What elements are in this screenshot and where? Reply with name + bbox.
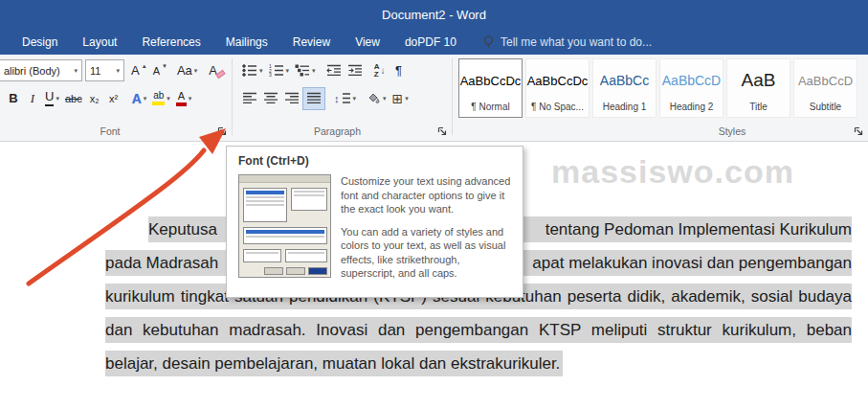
style-preview: AaBbCc: [600, 59, 649, 102]
shrink-font-icon: A: [153, 65, 160, 77]
style-card-subtitle[interactable]: AaBbCcD Subtitle: [793, 58, 857, 118]
bold-icon: B: [9, 91, 17, 105]
style-card-no-spacing[interactable]: AaBbCcDc ¶ No Spac...: [525, 58, 590, 118]
line-spacing-button[interactable]: ↕ ▾: [331, 87, 359, 110]
style-preview: AaBbCcDc: [460, 59, 522, 102]
borders-button[interactable]: ⊞ ▾: [389, 87, 412, 110]
multilevel-list-button[interactable]: ▾: [292, 59, 319, 82]
styles-dialog-launcher[interactable]: [852, 125, 864, 137]
bullet-list-icon: [242, 64, 257, 77]
font-name-combobox[interactable]: alibri (Body) ▾: [0, 59, 82, 81]
style-name: Subtitle: [810, 102, 841, 112]
style-card-title[interactable]: AaB Title: [726, 58, 790, 118]
text-effects-icon: A: [132, 91, 142, 106]
tab-layout[interactable]: Layout: [70, 29, 129, 55]
style-card-heading1[interactable]: AaBbCc Heading 1: [592, 58, 657, 118]
superscript-button[interactable]: x²: [104, 87, 123, 110]
italic-button[interactable]: I: [23, 87, 42, 110]
font-size-combobox[interactable]: 11 ▾: [85, 59, 124, 81]
decrease-indent-button[interactable]: [323, 59, 345, 82]
outdent-icon: [326, 64, 342, 77]
word-window: Document2 - Word Design Layout Reference…: [0, 0, 868, 409]
group-separator: [232, 58, 233, 135]
chevron-down-icon: ▾: [74, 67, 78, 74]
down-triangle-icon: ▼: [162, 63, 167, 69]
borders-grid-icon: ⊞: [392, 91, 404, 106]
tab-dopdf[interactable]: doPDF 10: [392, 29, 469, 55]
font-group-label: Font: [0, 125, 220, 137]
bullets-button[interactable]: ▾: [239, 59, 266, 82]
tell-me-text: Tell me what you want to do...: [501, 35, 652, 49]
numbering-button[interactable]: 1 2 3 ▾: [266, 59, 293, 82]
style-card-heading2[interactable]: AaBbCcD Heading 2: [659, 58, 723, 118]
align-right-button[interactable]: [281, 87, 302, 110]
tab-mailings[interactable]: Mailings: [213, 29, 280, 55]
shrink-font-button[interactable]: A ▼: [150, 59, 170, 82]
updown-arrow-icon: ↕: [334, 93, 340, 104]
style-preview: AaBbCcD: [662, 59, 721, 102]
increase-indent-button[interactable]: [345, 59, 366, 82]
strikethrough-button[interactable]: abc: [62, 87, 85, 110]
style-card-normal[interactable]: AaBbCcDc ¶ Normal: [458, 58, 523, 118]
text-line[interactable]: dan kebutuhan madrasah. Inovasi dan peng…: [105, 317, 852, 343]
subscript-button[interactable]: x₂: [85, 87, 104, 110]
font-dialog-launcher[interactable]: [215, 125, 228, 137]
text-effects-button[interactable]: A ▾: [129, 87, 150, 110]
text-highlight-button[interactable]: ab ▾: [149, 87, 173, 110]
underline-button[interactable]: U ▾: [42, 87, 62, 110]
paragraph-dialog-launcher[interactable]: [435, 125, 448, 137]
svg-text:3: 3: [269, 72, 272, 77]
style-name: Heading 1: [603, 102, 647, 112]
multilevel-list-icon: [295, 64, 310, 77]
thumbnail-titlebar: [239, 175, 330, 183]
dialog-launcher-icon: [853, 125, 864, 137]
chevron-down-icon: ▾: [259, 67, 263, 74]
subscript-icon: x₂: [90, 93, 100, 104]
chevron-down-icon: ▾: [167, 95, 170, 102]
chevron-down-icon: ▾: [405, 95, 409, 102]
sort-button[interactable]: A Z ↓: [370, 59, 389, 82]
style-name: ¶ No Spac...: [531, 102, 584, 112]
font-color-button[interactable]: A ▾: [173, 87, 195, 110]
tooltip-text: Customize your text using advanced font …: [341, 174, 511, 281]
font-dialog-thumbnail: [238, 174, 331, 278]
font-color-icon: A: [176, 91, 187, 106]
tooltip-title: Font (Ctrl+D): [238, 154, 511, 168]
tell-me-box[interactable]: Tell me what you want to do...: [482, 29, 652, 55]
font-tooltip: Font (Ctrl+D) Customize your text using …: [226, 146, 523, 298]
chevron-down-icon: ▾: [116, 67, 120, 74]
tab-design[interactable]: Design: [10, 29, 70, 55]
justify-button[interactable]: [302, 87, 325, 110]
red-bar: [176, 102, 187, 106]
up-triangle-icon: ▲: [142, 63, 147, 69]
pilcrow-icon: ¶: [395, 63, 402, 78]
title-bar: Document2 - Word: [0, 0, 868, 29]
shading-button[interactable]: ▾: [363, 87, 389, 110]
dialog-launcher-icon: [216, 125, 228, 137]
chevron-down-icon: ▾: [312, 67, 316, 74]
tab-view[interactable]: View: [343, 29, 392, 55]
chevron-down-icon: ▾: [194, 67, 198, 74]
ribbon: alibri (Body) ▾ 11 ▾ A ▲ A ▼ Aa ▾ A: [0, 55, 868, 142]
ribbon-tab-bar: Design Layout References Mailings Review…: [0, 29, 868, 55]
tab-review[interactable]: Review: [280, 29, 343, 55]
style-name: Heading 2: [670, 102, 714, 112]
superscript-icon: x²: [109, 93, 118, 104]
clear-formatting-button[interactable]: A: [206, 59, 228, 82]
change-case-icon: Aa: [177, 63, 192, 78]
align-left-button[interactable]: [239, 87, 260, 110]
chevron-down-icon: ▾: [56, 95, 59, 102]
sort-az-icon: A Z: [374, 63, 380, 79]
change-case-button[interactable]: Aa ▾: [174, 59, 200, 82]
bold-button[interactable]: B: [4, 87, 23, 110]
show-formatting-marks-button[interactable]: ¶: [389, 59, 409, 82]
align-right-icon: [284, 92, 300, 104]
indent-icon: [347, 64, 363, 77]
align-center-icon: [263, 92, 278, 104]
justify-icon: [306, 92, 322, 104]
font-name-value: alibri (Body): [4, 65, 60, 77]
text-line[interactable]: belajar, desain pembelajaran, muatan lok…: [105, 351, 563, 376]
tab-references[interactable]: References: [129, 29, 212, 55]
align-center-button[interactable]: [260, 87, 281, 110]
grow-font-button[interactable]: A ▲: [128, 59, 150, 82]
